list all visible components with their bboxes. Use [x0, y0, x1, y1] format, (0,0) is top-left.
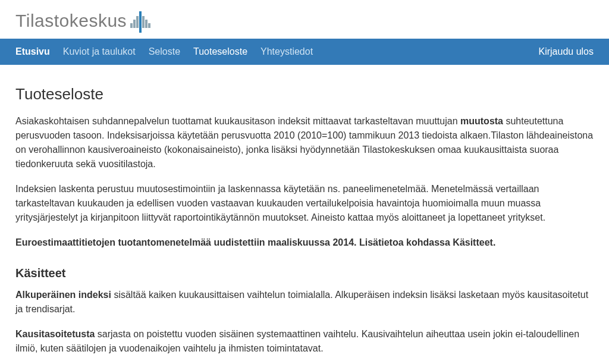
bold-alkuperainen: Alkuperäinen indeksi — [15, 290, 111, 300]
paragraph-kausitasoitettu: Kausitasoitetusta sarjasta on poistettu … — [15, 327, 594, 356]
svg-rect-6 — [148, 23, 150, 28]
svg-rect-4 — [142, 16, 145, 28]
header: Tilastokeskus — [0, 0, 609, 39]
bold-muutosta: muutosta — [460, 116, 503, 126]
content: Tuoteseloste Asiakaskohtaisen suhdannepa… — [0, 65, 609, 364]
svg-rect-0 — [130, 23, 133, 28]
text: Asiakaskohtaisen suhdannepalvelun tuotta… — [15, 116, 460, 126]
text: sarjasta on poistettu vuoden sisäinen sy… — [15, 329, 579, 353]
section-kasitteet-title: Käsitteet — [15, 264, 594, 282]
svg-rect-2 — [136, 16, 139, 28]
nav-yhteystiedot[interactable]: Yhteystiedot — [260, 39, 313, 65]
paragraph-alkuperainen: Alkuperäinen indeksi sisältää kaiken kuu… — [15, 288, 594, 316]
navbar: Etusivu Kuviot ja taulukot Seloste Tuote… — [0, 39, 609, 65]
bold-kausitasoitettu: Kausitasoitetusta — [15, 329, 95, 339]
svg-rect-1 — [133, 20, 136, 28]
nav-left: Etusivu Kuviot ja taulukot Seloste Tuote… — [15, 39, 313, 65]
logout-link[interactable]: Kirjaudu ulos — [539, 45, 594, 59]
svg-rect-3 — [139, 11, 142, 33]
nav-kuviot-taulukot[interactable]: Kuviot ja taulukot — [63, 39, 136, 65]
paragraph-method: Indeksien laskenta perustuu muutosestimo… — [15, 182, 594, 225]
paragraph-euroestimate: Euroestimaattitietojen tuotantomenetelmä… — [15, 236, 594, 250]
bars-icon — [130, 10, 152, 34]
brand-name: Tilastokeskus — [15, 7, 127, 34]
page-container: Tilastokeskus Etusivu Kuviot ja taulukot… — [0, 0, 609, 364]
nav-etusivu[interactable]: Etusivu — [15, 39, 50, 65]
nav-tuoteseloste[interactable]: Tuoteseloste — [193, 39, 247, 65]
paragraph-intro: Asiakaskohtaisen suhdannepalvelun tuotta… — [15, 114, 594, 171]
nav-seloste[interactable]: Seloste — [149, 39, 180, 65]
svg-rect-5 — [145, 20, 147, 28]
page-title: Tuoteseloste — [15, 83, 594, 106]
brand-logo: Tilastokeskus — [15, 7, 594, 34]
